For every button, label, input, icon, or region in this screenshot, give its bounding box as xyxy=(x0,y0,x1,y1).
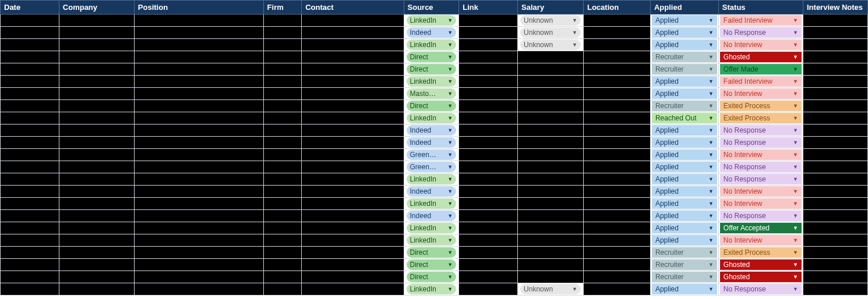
applied-chip[interactable]: Reached Out▼ xyxy=(652,113,717,123)
source-cell[interactable]: Direct▼ xyxy=(404,63,459,76)
status-cell[interactable]: Ghosted▼ xyxy=(718,51,803,63)
status-cell[interactable]: Offer Accepted▼ xyxy=(718,222,803,234)
date-cell[interactable] xyxy=(1,76,59,88)
contact-cell[interactable] xyxy=(302,100,404,112)
status-chip[interactable]: No Interview▼ xyxy=(720,186,802,197)
salary-cell[interactable] xyxy=(518,173,584,186)
position-cell[interactable] xyxy=(134,15,263,27)
applied-chip[interactable]: Applied▼ xyxy=(652,198,717,209)
contact-cell[interactable] xyxy=(302,76,404,88)
salary-chip[interactable]: Unknown▼ xyxy=(520,284,581,294)
applied-cell[interactable]: Applied▼ xyxy=(650,27,718,39)
firm-cell[interactable] xyxy=(263,15,302,27)
status-cell[interactable]: Ghosted▼ xyxy=(718,259,803,271)
contact-cell[interactable] xyxy=(302,149,404,161)
company-cell[interactable] xyxy=(59,271,134,283)
status-chip[interactable]: No Interview▼ xyxy=(720,150,802,160)
contact-cell[interactable] xyxy=(302,247,404,259)
header-source[interactable]: Source xyxy=(404,1,459,15)
firm-cell[interactable] xyxy=(263,88,302,100)
status-chip[interactable]: No Interview▼ xyxy=(720,235,802,245)
status-cell[interactable]: Offer Made▼ xyxy=(718,63,803,76)
link-cell[interactable] xyxy=(459,271,518,283)
date-cell[interactable] xyxy=(1,271,59,283)
notes-cell[interactable] xyxy=(803,27,868,39)
date-cell[interactable] xyxy=(1,88,59,100)
salary-cell[interactable] xyxy=(518,76,584,88)
firm-cell[interactable] xyxy=(263,173,302,186)
status-cell[interactable]: No Interview▼ xyxy=(718,149,803,161)
salary-cell[interactable] xyxy=(518,149,584,161)
link-cell[interactable] xyxy=(459,76,518,88)
applied-chip[interactable]: Applied▼ xyxy=(652,211,717,221)
firm-cell[interactable] xyxy=(263,271,302,283)
status-chip[interactable]: No Response▼ xyxy=(720,211,802,221)
position-cell[interactable] xyxy=(134,161,263,173)
source-chip[interactable]: LinkedIn▼ xyxy=(407,198,457,209)
header-salary[interactable]: Salary xyxy=(518,1,584,15)
notes-cell[interactable] xyxy=(803,149,868,161)
position-cell[interactable] xyxy=(134,210,263,222)
company-cell[interactable] xyxy=(59,76,134,88)
firm-cell[interactable] xyxy=(263,51,302,63)
status-cell[interactable]: No Interview▼ xyxy=(718,186,803,198)
applied-cell[interactable]: Applied▼ xyxy=(650,161,718,173)
company-cell[interactable] xyxy=(59,186,134,198)
link-cell[interactable] xyxy=(459,173,518,186)
source-chip[interactable]: Direct▼ xyxy=(407,272,457,282)
link-cell[interactable] xyxy=(459,198,518,210)
company-cell[interactable] xyxy=(59,234,134,247)
header-status[interactable]: Status xyxy=(718,1,803,15)
position-cell[interactable] xyxy=(134,100,263,112)
firm-cell[interactable] xyxy=(263,124,302,137)
date-cell[interactable] xyxy=(1,161,59,173)
location-cell[interactable] xyxy=(583,149,650,161)
applied-cell[interactable]: Applied▼ xyxy=(650,137,718,149)
company-cell[interactable] xyxy=(59,173,134,186)
applied-cell[interactable]: Applied▼ xyxy=(650,173,718,186)
source-chip[interactable]: LinkedIn▼ xyxy=(407,235,457,245)
salary-cell[interactable] xyxy=(518,222,584,234)
source-chip[interactable]: Direct▼ xyxy=(407,101,457,111)
notes-cell[interactable] xyxy=(803,112,868,124)
status-chip[interactable]: No Response▼ xyxy=(720,284,802,294)
applied-chip[interactable]: Applied▼ xyxy=(652,235,717,245)
applied-cell[interactable]: Applied▼ xyxy=(650,76,718,88)
contact-cell[interactable] xyxy=(302,39,404,51)
applied-chip[interactable]: Applied▼ xyxy=(652,223,717,233)
notes-cell[interactable] xyxy=(803,51,868,63)
firm-cell[interactable] xyxy=(263,137,302,149)
company-cell[interactable] xyxy=(59,259,134,271)
source-cell[interactable]: Green…▼ xyxy=(404,149,459,161)
status-cell[interactable]: No Interview▼ xyxy=(718,39,803,51)
applied-chip[interactable]: Recruiter▼ xyxy=(652,247,717,258)
applied-chip[interactable]: Recruiter▼ xyxy=(652,101,717,111)
applied-chip[interactable]: Applied▼ xyxy=(652,284,717,294)
status-chip[interactable]: Ghosted▼ xyxy=(720,272,802,282)
status-chip[interactable]: No Response▼ xyxy=(720,137,802,148)
location-cell[interactable] xyxy=(583,222,650,234)
source-cell[interactable]: Direct▼ xyxy=(404,271,459,283)
salary-chip[interactable]: Unknown▼ xyxy=(520,15,581,26)
position-cell[interactable] xyxy=(134,283,263,296)
position-cell[interactable] xyxy=(134,51,263,63)
salary-cell[interactable]: Unknown▼ xyxy=(518,283,584,296)
applied-cell[interactable]: Applied▼ xyxy=(650,210,718,222)
status-chip[interactable]: No Interview▼ xyxy=(720,198,802,209)
notes-cell[interactable] xyxy=(803,88,868,100)
applied-chip[interactable]: Applied▼ xyxy=(652,76,717,87)
status-chip[interactable]: Exited Process▼ xyxy=(720,247,802,258)
company-cell[interactable] xyxy=(59,39,134,51)
source-cell[interactable]: LinkedIn▼ xyxy=(404,222,459,234)
notes-cell[interactable] xyxy=(803,234,868,247)
company-cell[interactable] xyxy=(59,149,134,161)
status-cell[interactable]: Exited Process▼ xyxy=(718,100,803,112)
applied-cell[interactable]: Applied▼ xyxy=(650,283,718,296)
contact-cell[interactable] xyxy=(302,271,404,283)
location-cell[interactable] xyxy=(583,63,650,76)
salary-cell[interactable] xyxy=(518,161,584,173)
applied-cell[interactable]: Reached Out▼ xyxy=(650,112,718,124)
location-cell[interactable] xyxy=(583,271,650,283)
location-cell[interactable] xyxy=(583,247,650,259)
firm-cell[interactable] xyxy=(263,198,302,210)
